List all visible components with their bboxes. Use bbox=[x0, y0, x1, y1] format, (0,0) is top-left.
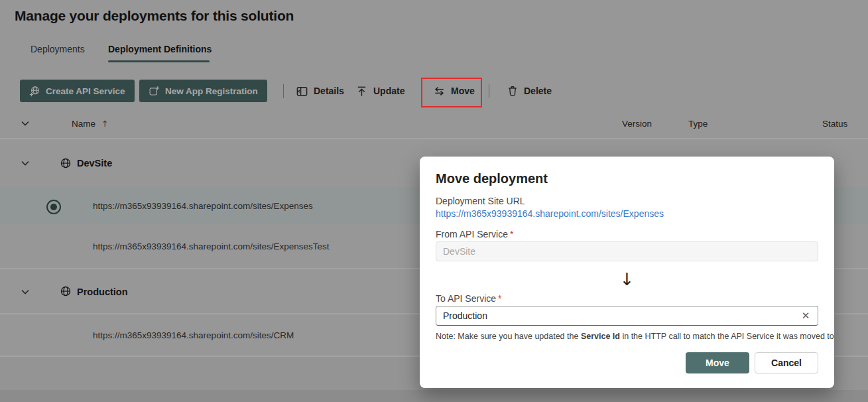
from-api-service-label: From API Service* bbox=[436, 229, 818, 239]
site-url-label: Deployment Site URL bbox=[436, 196, 818, 206]
arrow-down-icon: ↓ bbox=[436, 271, 818, 288]
clear-icon[interactable]: ✕ bbox=[798, 308, 813, 323]
dialog-move-button[interactable]: Move bbox=[686, 352, 749, 373]
to-api-service-input[interactable] bbox=[436, 306, 818, 326]
move-annotation-box bbox=[421, 78, 482, 107]
dialog-title: Move deployment bbox=[436, 171, 818, 186]
move-deployment-dialog: Move deployment Deployment Site URL http… bbox=[420, 157, 834, 388]
required-asterisk: * bbox=[510, 229, 513, 239]
dialog-note: Note: Make sure you have updated the Ser… bbox=[436, 332, 818, 341]
dialog-cancel-button[interactable]: Cancel bbox=[755, 352, 818, 373]
site-url-link[interactable]: https://m365x93939164.sharepoint.com/sit… bbox=[436, 208, 818, 219]
required-asterisk: * bbox=[498, 293, 501, 304]
to-api-service-label: To API Service* bbox=[436, 293, 818, 304]
note-service-id: Service Id bbox=[581, 332, 620, 341]
from-api-service-input bbox=[436, 241, 818, 261]
